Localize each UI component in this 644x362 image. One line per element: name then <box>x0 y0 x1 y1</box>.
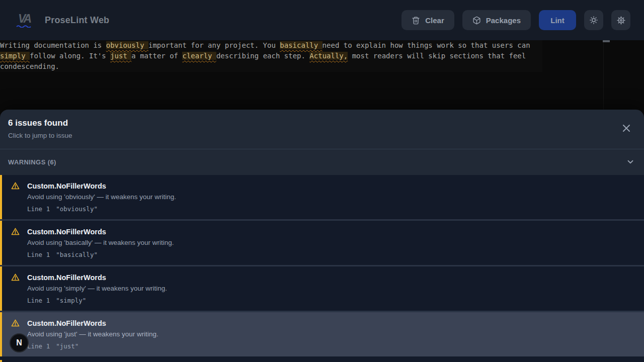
editor-text-segment: describing each step. <box>216 52 309 60</box>
sun-icon <box>589 16 598 25</box>
issue-check-name: Custom.NoFillerWords <box>27 274 106 282</box>
issue-line-label: Line 1 <box>27 297 50 304</box>
lint-highlight[interactable]: Actually, <box>309 52 348 60</box>
issue-message: Avoid using 'just' — it weakens your wri… <box>27 330 636 338</box>
editor-text-segment: need to explain how things work so that … <box>323 41 530 49</box>
warning-icon <box>11 319 20 327</box>
issue-list-item[interactable]: Custom.NoFillerWords Avoid using 'basica… <box>0 221 644 265</box>
issue-list-item-partial[interactable] <box>0 360 644 362</box>
editor-text-segment: most readers will skip sections that fee… <box>348 52 526 60</box>
editor-scrollbar-thumb[interactable] <box>603 40 610 42</box>
issues-panel-header: 6 issues found Click to jump to issue <box>0 110 644 149</box>
lint-button[interactable]: Lint <box>539 10 576 30</box>
lint-button-label: Lint <box>550 16 565 25</box>
logo-wave-icon <box>16 25 32 28</box>
issue-snippet: "basically" <box>56 251 98 258</box>
editor-scrollbar-track <box>603 40 604 110</box>
package-icon <box>472 16 481 25</box>
editor-text-segment: condescending. <box>0 62 59 70</box>
lint-highlight[interactable]: basically <box>280 41 322 49</box>
issue-list-item[interactable]: Custom.NoFillerWords Avoid using 'just' … <box>0 312 644 356</box>
warning-icon <box>11 227 20 236</box>
close-icon <box>621 123 631 133</box>
issues-count-title: 6 issues found <box>8 118 636 128</box>
lint-highlight[interactable]: just <box>110 52 131 60</box>
editor-area: Writing documentation is obviously impor… <box>0 40 644 110</box>
issue-list-item[interactable]: Custom.NoFillerWords Avoid using 'obviou… <box>0 175 644 219</box>
page-title: ProseLint Web <box>45 15 109 26</box>
editor-line: simply follow along. It's just a matter … <box>0 51 542 61</box>
editor-text-segment: follow along. It's <box>30 52 110 60</box>
avatar-label: N <box>16 338 22 347</box>
clear-button[interactable]: Clear <box>401 10 454 30</box>
trash-icon <box>412 16 420 25</box>
warning-icon <box>11 273 20 282</box>
lint-highlight[interactable]: clearly <box>182 52 216 60</box>
issues-subtitle: Click to jump to issue <box>8 132 636 139</box>
issue-line-label: Line 1 <box>27 342 50 350</box>
settings-button[interactable] <box>611 10 630 30</box>
warnings-section-header[interactable]: WARNINGS (6) <box>0 149 644 174</box>
issue-snippet: "just" <box>56 342 78 350</box>
gear-icon <box>616 16 626 25</box>
issue-message: Avoid using 'simply' — it weakens your w… <box>27 285 636 292</box>
avatar[interactable]: N <box>10 333 29 352</box>
editor-text-segment: Writing documentation is <box>0 41 106 49</box>
close-panel-button[interactable] <box>621 123 632 134</box>
issue-message: Avoid using 'obviously' — it weakens you… <box>27 193 636 201</box>
warnings-section-label: WARNINGS (6) <box>8 158 56 166</box>
warning-icon <box>11 182 20 190</box>
editor-text-segment: a matter of <box>131 52 182 60</box>
chevron-down-icon[interactable] <box>626 157 635 166</box>
lint-highlight[interactable]: simply <box>0 52 30 60</box>
issue-separator <box>0 356 644 360</box>
editor-text-layer[interactable]: Writing documentation is obviously impor… <box>0 40 542 72</box>
editor-line: condescending. <box>0 61 542 72</box>
issue-line-label: Line 1 <box>27 251 50 258</box>
packages-button[interactable]: Packages <box>462 10 531 30</box>
packages-button-label: Packages <box>486 16 521 25</box>
issue-message: Avoid using 'basically' — it weakens you… <box>27 239 636 246</box>
issue-check-name: Custom.NoFillerWords <box>27 182 106 190</box>
issue-list-item[interactable]: Custom.NoFillerWords Avoid using 'simply… <box>0 266 644 311</box>
issue-snippet: "simply" <box>56 297 86 304</box>
editor-line: Writing documentation is obviously impor… <box>0 40 542 51</box>
logo-text: VA <box>18 13 30 24</box>
lint-highlight[interactable]: obviously <box>106 41 148 49</box>
app-logo: VA <box>14 13 35 28</box>
issue-line-label: Line 1 <box>27 205 50 213</box>
issue-check-name: Custom.NoFillerWords <box>27 228 106 236</box>
clear-button-label: Clear <box>425 16 444 25</box>
issue-snippet: "obviously" <box>56 205 98 213</box>
editor-text-segment: important for any project. You <box>148 41 280 49</box>
app-header: VA ProseLint Web Clear Packages Lint <box>0 0 644 40</box>
issues-list: Custom.NoFillerWords Avoid using 'obviou… <box>0 175 644 362</box>
issues-panel: 6 issues found Click to jump to issue WA… <box>0 110 644 362</box>
theme-toggle-button[interactable] <box>584 10 603 30</box>
issue-check-name: Custom.NoFillerWords <box>27 319 106 327</box>
